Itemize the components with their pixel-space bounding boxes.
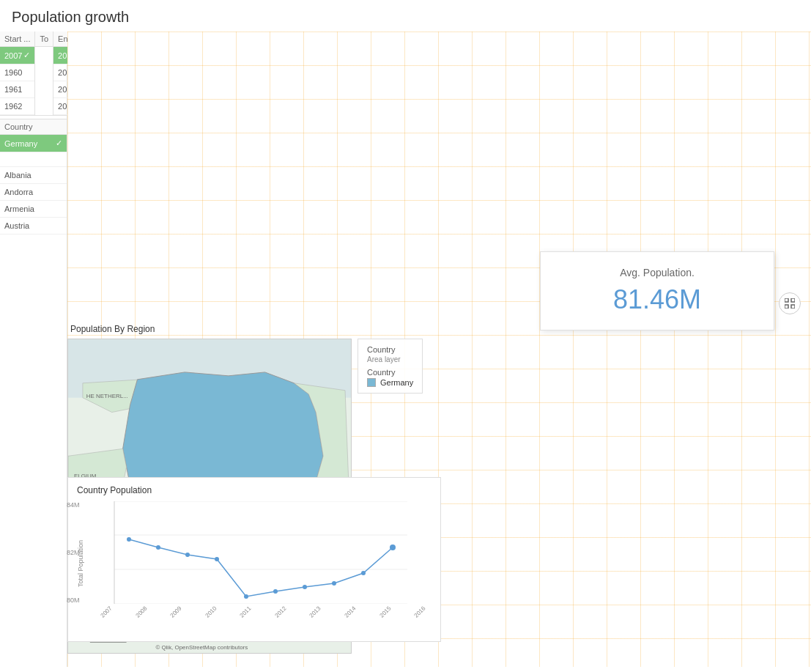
start-year-header: Start ... [0, 32, 34, 47]
y-tick-80m: 80M [67, 597, 80, 604]
chart-title: Country Population [77, 485, 432, 495]
start-year-1960[interactable]: 1960 [0, 64, 34, 81]
legend-germany-color [367, 378, 376, 387]
country-andorra[interactable]: Andorra [0, 184, 67, 201]
svg-point-24 [156, 545, 160, 550]
start-year-1961[interactable]: 1961 [0, 81, 34, 98]
x-label-2011: 2011 [239, 605, 253, 619]
country-filter-section: Country Germany ✓ Albania Andorra Armeni… [0, 119, 67, 235]
zoom-button[interactable] [779, 292, 801, 314]
svg-point-31 [361, 571, 366, 575]
svg-point-25 [185, 553, 190, 557]
legend-country-title: Country [367, 345, 413, 354]
svg-point-30 [332, 581, 336, 586]
x-label-2007: 2007 [100, 605, 114, 619]
legend-country-label: Country [367, 368, 413, 377]
svg-rect-0 [785, 298, 788, 302]
x-label-2016: 2016 [413, 605, 427, 619]
page-title: Population growth [0, 0, 811, 32]
y-tick-84m: 84M [67, 501, 80, 509]
chart-inner: Total Population 84M 82M 80M [77, 501, 432, 626]
start-year-1962[interactable]: 1962 [0, 98, 34, 115]
avg-population-value: 81.46M [558, 284, 756, 315]
x-label-2012: 2012 [273, 605, 287, 619]
avg-population-card: Avg. Population. 81.46M [540, 251, 774, 331]
chart-svg [90, 501, 432, 604]
x-label-2015: 2015 [378, 605, 392, 619]
svg-rect-1 [791, 298, 795, 302]
x-label-2009: 2009 [169, 605, 183, 619]
country-armenia[interactable]: Armenia [0, 201, 67, 218]
chart-area: 84M 82M 80M [90, 501, 432, 626]
year-filters: Start ... 2007 ✓ 1960 1961 1962 To End Y… [0, 32, 67, 116]
svg-point-23 [127, 537, 131, 542]
chart-section: Country Population Total Population 84M … [67, 477, 441, 642]
to-header: To [35, 32, 53, 47]
svg-point-27 [244, 594, 248, 599]
start-year-selected[interactable]: 2007 ✓ [0, 47, 34, 64]
y-tick-82m: 82M [67, 549, 80, 556]
svg-point-26 [215, 557, 219, 561]
svg-point-32 [390, 544, 396, 550]
left-filter-panel: Start ... 2007 ✓ 1960 1961 1962 To End Y… [0, 32, 67, 667]
svg-text:© Qlik, OpenStreetMap contribu: © Qlik, OpenStreetMap contributors [155, 644, 248, 651]
map-legend: Country Area layer Country Germany [358, 339, 423, 394]
main-content: Avg. Population. 81.46M Population By Re… [67, 32, 811, 667]
legend-germany-label: Germany [380, 378, 413, 387]
svg-rect-2 [785, 305, 788, 309]
svg-text:HE NETHERL...: HE NETHERL... [86, 393, 128, 399]
to-col: To [35, 32, 53, 115]
country-germany[interactable]: Germany ✓ [0, 135, 67, 152]
svg-point-29 [303, 585, 307, 589]
start-year-col: Start ... 2007 ✓ 1960 1961 1962 [0, 32, 35, 115]
x-label-2010: 2010 [204, 605, 218, 619]
avg-population-label: Avg. Population. [558, 267, 756, 278]
legend-area-layer: Area layer [367, 355, 413, 363]
legend-germany-item: Germany [367, 378, 413, 387]
country-albania[interactable]: Albania [0, 167, 67, 184]
x-label-2008: 2008 [134, 605, 148, 619]
country-header: Country [0, 119, 67, 135]
country-austria[interactable]: Austria [0, 218, 67, 235]
country-blank [0, 152, 67, 167]
x-label-2014: 2014 [344, 605, 358, 619]
svg-rect-3 [791, 305, 795, 309]
x-label-2013: 2013 [308, 605, 322, 619]
svg-point-28 [273, 589, 278, 594]
map-title: Population By Region [70, 321, 155, 337]
